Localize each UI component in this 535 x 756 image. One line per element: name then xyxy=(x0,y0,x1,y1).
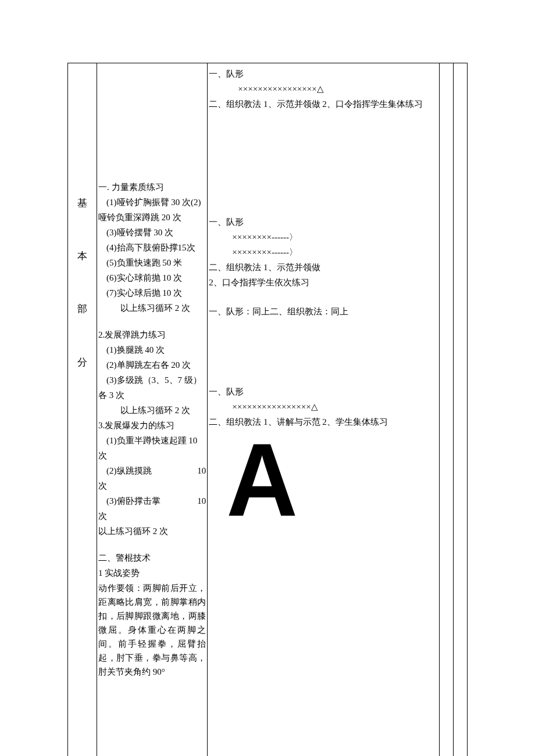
section-char-3: 部 xyxy=(68,301,97,317)
content-item: 哑铃负重深蹲跳 20 次 xyxy=(98,210,206,224)
content-item: (6)实心球前抛 10 次 xyxy=(98,271,206,285)
content-item: (2)单脚跳左右各 20 次 xyxy=(98,358,206,372)
formation-diagram: ××××××××××××××××△ xyxy=(209,82,438,96)
content-item: (5)负重快速跑 50 米 xyxy=(98,256,206,270)
content-item: (3)多级跳（3、5、7 级） xyxy=(98,373,206,387)
content-note: 以上练习循环 2 次 xyxy=(98,403,206,417)
method-line: 二、组织教法 1、示范并领做 2、口令指挥学生集体练习 xyxy=(209,97,438,111)
content-cell: 一. 力量素质练习 (1)哑铃扩胸振臂 30 次(2) 哑铃负重深蹲跳 20 次… xyxy=(97,63,208,757)
content-item: 各 3 次 xyxy=(98,388,206,402)
formation-diagram: ××××××××------〉 xyxy=(209,230,438,244)
content-item: 次 xyxy=(98,449,206,463)
section-char-2: 本 xyxy=(68,248,97,264)
content-paragraph: 动作要领：两脚前后开立，距离略比肩宽，前脚掌稍内扣，后脚脚跟微离地，两膝微屈。身… xyxy=(98,581,206,679)
empty-narrow-col-1 xyxy=(439,63,453,757)
content-heading-3: 3.发展爆发力的练习 xyxy=(98,418,206,432)
section-label: 基 本 部 分 xyxy=(68,63,97,757)
formation-diagram: ××××××××××××××××△ xyxy=(209,400,438,414)
content-item: (3)俯卧撑击掌 10 xyxy=(98,494,206,508)
method-line: 一、队形 xyxy=(209,385,438,399)
method-line: 一、队形 xyxy=(209,215,438,229)
content-note: 以上练习循环 2 次 xyxy=(98,524,206,538)
page-number-cell: 60 xyxy=(453,63,467,757)
method-line: 二、组织教法 1、示范并领做 xyxy=(209,260,438,274)
content-item: (2)纵跳摸跳 10 xyxy=(98,464,206,478)
content-subheading: 1 实战姿势 xyxy=(98,566,206,580)
content-item: (4)抬高下肢俯卧撑15次 xyxy=(98,241,206,255)
content-item: 次 xyxy=(98,479,206,493)
content-item: 次 xyxy=(98,509,206,523)
section-char-4: 分 xyxy=(68,354,97,370)
content-item: (7)实心球后抛 10 次 xyxy=(98,286,206,300)
method-line: 2、口令指挥学生依次练习 xyxy=(209,275,438,289)
letter-a-graphic: A xyxy=(209,428,438,532)
content-note: 以上练习循环 2 次 xyxy=(98,301,206,315)
content-item: (1)哑铃扩胸振臂 30 次(2) xyxy=(98,195,206,209)
method-line: 一、队形：同上二、组织教法：同上 xyxy=(209,304,438,318)
content-item: (1)负重半蹲快速起踵 10 xyxy=(98,433,206,447)
content-heading-1: 一. 力量素质练习 xyxy=(98,180,206,194)
content-heading-2: 2.发展弹跳力练习 xyxy=(98,328,206,342)
content-item: (1)换腿跳 40 次 xyxy=(98,343,206,357)
content-item: (3)哑铃摆臂 30 次 xyxy=(98,225,206,239)
method-cell: 一、队形 ××××××××××××××××△ 二、组织教法 1、示范并领做 2、… xyxy=(208,63,440,757)
formation-diagram: ××××××××------〉 xyxy=(209,245,438,259)
section-char-1: 基 xyxy=(68,195,97,211)
content-heading-4: 二、警棍技术 xyxy=(98,551,206,565)
method-line: 一、队形 xyxy=(209,67,438,81)
